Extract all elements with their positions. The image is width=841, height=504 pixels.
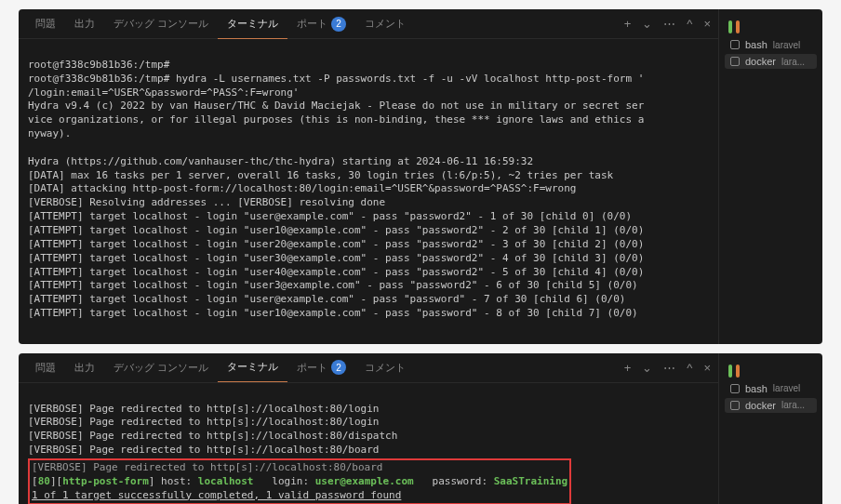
terminal-main-top: 問題 出力 デバッグ コンソール ターミナル ポート 2 コメント + ⌄ ⋯ … (19, 9, 718, 344)
tab-ports-label: ポート (297, 361, 327, 375)
ports-badge: 2 (331, 360, 346, 375)
tab-comments[interactable]: コメント (355, 353, 415, 383)
maximize-icon[interactable]: ^ (687, 361, 692, 375)
terminal-panel-bottom: 問題 出力 デバッグ コンソール ターミナル ポート 2 コメント + ⌄ ⋯ … (19, 353, 822, 504)
tab-ports-label: ポート (297, 17, 327, 31)
new-terminal-icon[interactable]: + (624, 17, 632, 31)
terminal-sidebar-top: bash laravel docker lara... (718, 9, 822, 344)
term1-line: [DATA] attacking http-post-form://localh… (28, 182, 576, 194)
tab-ports[interactable]: ポート 2 (287, 353, 355, 383)
terminal-main-bottom: 問題 出力 デバッグ コンソール ターミナル ポート 2 コメント + ⌄ ⋯ … (19, 353, 718, 504)
term1-line: [DATA] max 16 tasks per 1 server, overal… (28, 169, 613, 181)
terminal-icon (730, 401, 740, 410)
term1-line: vice organizations, or for illegal purpo… (28, 113, 644, 126)
term1-line: [ATTEMPT] target localhost - login "user… (28, 307, 638, 319)
tab-terminal[interactable]: ターミナル (218, 9, 287, 39)
term1-line: root@f338c9b81b36:/tmp# (28, 59, 169, 71)
term1-line: [ATTEMPT] target localhost - login "user… (28, 210, 632, 222)
tab-problems[interactable]: 問題 (26, 353, 65, 383)
sidebar-item-sub: laravel (773, 40, 800, 50)
terminal-icon (730, 57, 740, 66)
sidebar-terminal-docker[interactable]: docker lara... (725, 398, 817, 413)
term1-line: nyway). (28, 127, 71, 139)
term1-line: Hydra v9.4 (c) 2022 by van Hauser/THC & … (28, 99, 644, 112)
activity-indicator (725, 15, 817, 33)
tab-debug-console[interactable]: デバッグ コンソール (104, 9, 218, 39)
result-service: http-post-form (62, 475, 149, 487)
term1-line: [ATTEMPT] target localhost - login "user… (28, 224, 644, 236)
sidebar-item-name: docker (745, 400, 776, 411)
terminal-icon (730, 40, 740, 49)
term1-line: [ATTEMPT] target localhost - login "user… (28, 266, 644, 278)
term1-line: [ATTEMPT] target localhost - login "user… (28, 293, 625, 305)
panel-actions: + ⌄ ⋯ ^ × (624, 361, 711, 375)
result-summary: 1 of 1 target successfully completed, 1 … (32, 489, 401, 501)
term1-line: /login:email=^USER^&password=^PASS^:F=wr… (28, 86, 299, 99)
sidebar-terminal-bash[interactable]: bash laravel (725, 37, 817, 52)
sidebar-terminal-docker[interactable]: docker lara... (725, 54, 817, 69)
term2-line: [VERBOSE] Page redirected to http[s]://l… (28, 403, 380, 415)
chevron-down-icon[interactable]: ⌄ (642, 17, 652, 31)
tab-ports[interactable]: ポート 2 (287, 9, 355, 39)
term2-struck: [VERBOSE] Page redirected to http[s]://l… (32, 461, 383, 473)
result-port: 80 (38, 475, 50, 487)
sidebar-item-name: docker (745, 56, 776, 67)
term1-line: [ATTEMPT] target localhost - login "user… (28, 252, 644, 264)
sidebar-terminal-bash[interactable]: bash laravel (725, 381, 817, 396)
tab-comments[interactable]: コメント (355, 9, 415, 39)
result-host-label: host: (154, 475, 197, 487)
more-icon[interactable]: ⋯ (663, 361, 675, 375)
term1-line: Hydra (https://github.com/vanhauser-thc/… (28, 155, 533, 167)
term1-line: [ATTEMPT] target localhost - login "user… (28, 279, 638, 291)
new-terminal-icon[interactable]: + (624, 361, 632, 375)
maximize-icon[interactable]: ^ (687, 17, 692, 31)
close-panel-icon[interactable]: × (703, 17, 711, 31)
tab-output[interactable]: 出力 (65, 353, 104, 383)
result-host: localhost (198, 475, 254, 487)
term1-line: root@f338c9b81b36:/tmp# hydra -L usernam… (28, 73, 644, 85)
term2-line: [VERBOSE] Page redirected to http[s]://l… (28, 444, 380, 456)
sidebar-item-sub: lara... (781, 57, 805, 67)
result-password: SaaSTraining (494, 475, 567, 487)
more-icon[interactable]: ⋯ (663, 17, 675, 31)
terminal-sidebar-bottom: bash laravel docker lara... (718, 353, 822, 504)
term2-line: [VERBOSE] Page redirected to http[s]://l… (28, 416, 380, 428)
panel-tab-bar: 問題 出力 デバッグ コンソール ターミナル ポート 2 コメント + ⌄ ⋯ … (19, 9, 718, 39)
chevron-down-icon[interactable]: ⌄ (642, 361, 652, 375)
close-panel-icon[interactable]: × (703, 361, 711, 375)
sidebar-item-name: bash (745, 383, 768, 394)
terminal-panel-top: 問題 出力 デバッグ コンソール ターミナル ポート 2 コメント + ⌄ ⋯ … (19, 9, 822, 344)
tab-debug-console[interactable]: デバッグ コンソール (104, 353, 218, 383)
terminal-output-bottom[interactable]: [VERBOSE] Page redirected to http[s]://l… (19, 383, 718, 504)
terminal-output-top[interactable]: root@f338c9b81b36:/tmp# root@f338c9b81b3… (19, 39, 718, 344)
hydra-result-highlight: [VERBOSE] Page redirected to http[s]://l… (28, 458, 571, 504)
tab-terminal[interactable]: ターミナル (218, 353, 287, 383)
term2-line: [VERBOSE] Page redirected to http[s]://l… (28, 430, 397, 442)
panel-actions: + ⌄ ⋯ ^ × (624, 17, 711, 31)
tab-output[interactable]: 出力 (65, 9, 104, 39)
tab-problems[interactable]: 問題 (26, 9, 65, 39)
sidebar-item-sub: laravel (773, 383, 800, 393)
panel-tab-bar-bottom: 問題 出力 デバッグ コンソール ターミナル ポート 2 コメント + ⌄ ⋯ … (19, 353, 718, 383)
result-login: user@example.com (315, 475, 414, 487)
sidebar-item-name: bash (745, 39, 768, 50)
terminal-icon (730, 384, 740, 393)
term1-line: [ATTEMPT] target localhost - login "user… (28, 238, 644, 250)
term1-line: [VERBOSE] Resolving addresses ... [VERBO… (28, 196, 385, 208)
result-login-label: login: (253, 475, 314, 487)
sidebar-item-sub: lara... (781, 400, 805, 410)
ports-badge: 2 (331, 17, 346, 32)
result-password-label: password: (414, 475, 494, 487)
activity-indicator (725, 359, 817, 378)
